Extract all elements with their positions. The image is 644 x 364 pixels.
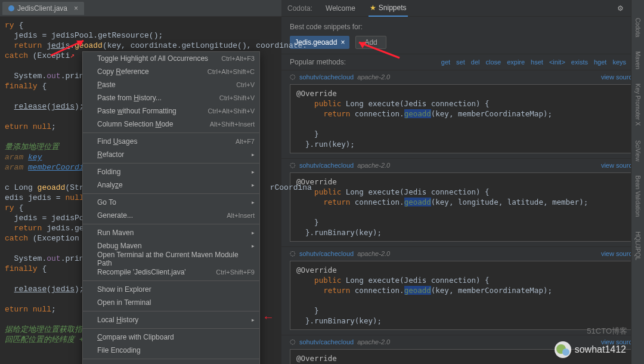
snippet-repo[interactable]: sohutv/cachecloud [299,338,354,346]
highlight-icon [85,54,94,63]
wechat-watermark: sowhat1412 [555,341,626,358]
popular-method-close[interactable]: close [485,58,501,66]
paste-icon [85,81,94,89]
menu-item-paste-without-formatting[interactable]: Paste without FormattingCtrl+Alt+Shift+V [83,104,259,118]
menu-item-diagrams[interactable]: Diagrams▸ [83,361,259,364]
watermark-text-2: 51CTO博客 [587,326,627,337]
menu-item-recompile-jedisclient-java-[interactable]: Recompile 'JedisClient.java'Ctrl+Shift+F… [83,266,259,279]
github-icon: ◌ [290,73,296,81]
snippet-license: apache-2.0 [357,250,390,257]
maven-debug-icon [85,242,94,250]
menu-item-analyze[interactable]: Analyze▸ [83,178,259,192]
dock-sciview[interactable]: SciView [634,140,641,161]
compare-icon [85,333,94,341]
terminal-icon [85,298,94,307]
menu-item-open-in-terminal[interactable]: Open in Terminal [83,296,259,309]
popular-methods-label: Popular methods: [290,58,346,66]
snippets-list: ◌sohutv/cachecloudapache-2.0view source@… [281,70,644,364]
popular-method-init[interactable]: <init> [549,58,565,66]
snippet-2: ◌sohutv/cachecloudapache-2.0view source@… [281,247,644,335]
context-menu: Toggle Highlight of All OccurrencesCtrl+… [82,51,260,364]
gear-icon[interactable]: ⚙ [617,4,624,13]
snippet-code[interactable]: @Override public Long execute(Jedis conn… [290,84,636,153]
watermark-text: sowhat1412 [575,344,626,355]
github-icon: ◌ [290,338,296,346]
snippet-repo[interactable]: sohutv/cachecloud [299,250,354,257]
popular-method-keys[interactable]: keys [612,58,626,66]
popular-method-set[interactable]: set [456,58,465,66]
snippet-license: apache-2.0 [357,338,390,346]
star-icon: ★ [370,4,376,12]
snippet-license: apache-2.0 [357,73,390,81]
snippet-license: apache-2.0 [357,162,390,169]
popular-method-hset[interactable]: hset [531,58,543,66]
menu-item-refactor[interactable]: Refactor▸ [83,148,259,161]
menu-item-column-selection-mode[interactable]: Column Selection ModeAlt+Shift+Insert [83,118,259,131]
popular-method-exists[interactable]: exists [571,58,588,66]
popular-method-hget[interactable]: hget [594,58,606,66]
editor-pane: JedisClient.java × ry { jedis = jedisPoo… [0,0,281,364]
menu-item-open-terminal-at-the-current-m[interactable]: Open Terminal at the Current Maven Modul… [83,252,259,266]
java-class-icon [8,5,14,11]
menu-item-file-encoding[interactable]: File Encoding [83,344,259,357]
dock-bean-validation[interactable]: Bean Validation [634,175,641,217]
popular-methods-row: Popular methods: getsetdelcloseexpirehse… [281,54,644,70]
editor-tab-label: JedisClient.java [17,4,67,13]
snippet-code[interactable]: @Override public Long execute(Jedis conn… [290,172,636,242]
snippet-repo[interactable]: sohutv/cachecloud [299,73,354,81]
menu-item-copy-reference[interactable]: Copy ReferenceCtrl+Alt+Shift+C [83,65,259,78]
menu-item-show-in-explorer[interactable]: Show in Explorer [83,283,259,296]
snippet-code[interactable]: @Override public Long execute(Jedis conn… [290,261,636,330]
popular-method-del[interactable]: del [471,58,480,66]
github-icon: ◌ [290,249,296,257]
tab-welcome[interactable]: Welcome [324,1,357,16]
popular-method-get[interactable]: get [441,58,450,66]
snippet-repo[interactable]: sohutv/cachecloud [299,162,354,169]
dock-codota[interactable]: Codota [634,18,641,37]
menu-item-paste[interactable]: PasteCtrl+V [83,78,259,91]
add-button[interactable]: Add [355,36,386,49]
menu-item-run-maven[interactable]: Run Maven▸ [83,226,259,239]
github-icon: ◌ [290,161,296,169]
codota-brand: Codota: [287,4,312,13]
editor-tab-bar: JedisClient.java × [0,0,281,17]
dock-maven[interactable]: Maven [634,51,641,69]
snippet-0: ◌sohutv/cachecloudapache-2.0view source@… [281,70,644,159]
close-icon[interactable]: × [74,4,78,13]
maven-icon [85,229,94,237]
menu-item-paste-from-history-[interactable]: Paste from History...Ctrl+Shift+V [83,91,259,104]
editor-tab-jedisclient[interactable]: JedisClient.java × [2,2,84,15]
snippet-1: ◌sohutv/cachecloudapache-2.0view source@… [281,159,644,247]
menu-item-generate-[interactable]: Generate...Alt+Insert [83,209,259,222]
dock-hql-jpql[interactable]: HQL/JPQL [634,232,641,260]
menu-item-go-to[interactable]: Go To▸ [83,196,259,209]
codota-tab-bar: Codota: Welcome ★Snippets ⚙ — [281,0,644,17]
menu-item-folding[interactable]: Folding▸ [83,165,259,178]
right-tool-dock: CodotaMavenKey Promoter XSciViewBean Val… [631,0,644,364]
chip-remove-icon[interactable]: × [340,38,345,47]
dock-key-promoter-x[interactable]: Key Promoter X [634,84,641,126]
menu-item-toggle-highlight-of-all-occurr[interactable]: Toggle Highlight of All OccurrencesCtrl+… [83,52,259,65]
menu-item-find-usages[interactable]: Find UsagesAlt+F7 [83,135,259,148]
menu-item-local-history[interactable]: Local History▸ [83,313,259,326]
popular-method-expire[interactable]: expire [507,58,525,66]
best-snippets-label: Best code snippets for: [281,17,644,33]
codota-panel: Codota: Welcome ★Snippets ⚙ — Best code … [281,0,644,364]
wechat-icon [555,341,571,358]
tab-snippets[interactable]: ★Snippets [369,0,408,17]
menu-item-compare-with-clipboard[interactable]: Compare with Clipboard [83,331,259,344]
